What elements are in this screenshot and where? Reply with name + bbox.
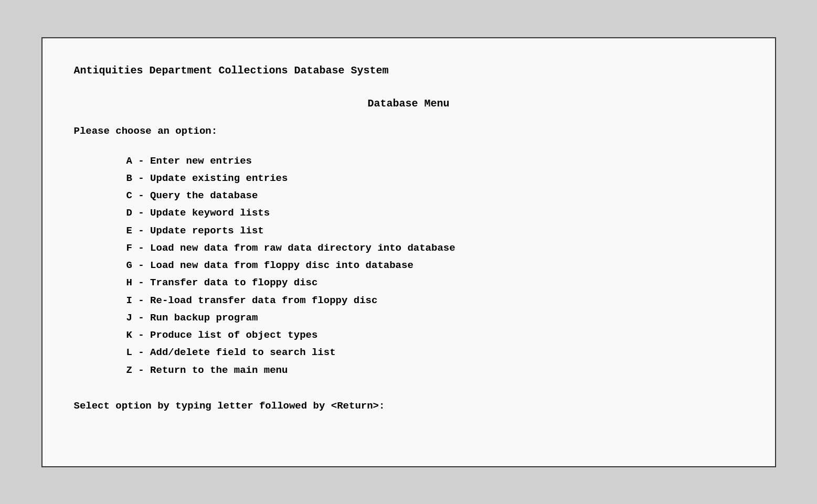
menu-item-a[interactable]: A - Enter new entries <box>126 153 744 170</box>
menu-item-c[interactable]: C - Query the database <box>126 187 744 205</box>
menu-item-h[interactable]: H - Transfer data to floppy disc <box>126 274 744 292</box>
menu-item-g[interactable]: G - Load new data from floppy disc into … <box>126 257 744 274</box>
menu-title: Database Menu <box>74 98 744 110</box>
menu-item-i[interactable]: I - Re-load transfer data from floppy di… <box>126 292 744 309</box>
menu-prompt: Please choose an option: <box>74 125 744 137</box>
app-title: Antiquities Department Collections Datab… <box>74 65 744 77</box>
menu-item-f[interactable]: F - Load new data from raw data director… <box>126 240 744 257</box>
menu-item-d[interactable]: D - Update keyword lists <box>126 205 744 222</box>
footer-prompt: Select option by typing letter followed … <box>74 400 744 412</box>
terminal-window: Antiquities Department Collections Datab… <box>41 37 776 467</box>
menu-item-e[interactable]: E - Update reports list <box>126 222 744 240</box>
menu-item-j[interactable]: J - Run backup program <box>126 309 744 327</box>
menu-item-l[interactable]: L - Add/delete field to search list <box>126 344 744 361</box>
menu-item-b[interactable]: B - Update existing entries <box>126 170 744 187</box>
menu-list: A - Enter new entriesB - Update existing… <box>126 153 744 379</box>
menu-item-z[interactable]: Z - Return to the main menu <box>126 362 744 379</box>
menu-item-k[interactable]: K - Produce list of object types <box>126 327 744 344</box>
